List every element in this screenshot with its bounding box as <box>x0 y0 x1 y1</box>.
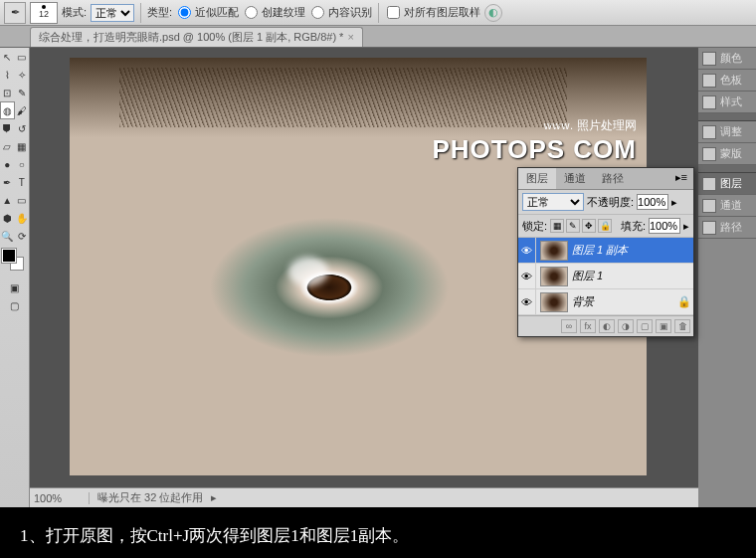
type-tool[interactable]: T <box>15 173 30 191</box>
adjustment-layer-icon[interactable]: ◑ <box>618 319 634 333</box>
healing-brush-tool[interactable]: ◍ <box>0 101 15 119</box>
status-dropdown-icon[interactable]: ▸ <box>211 491 217 504</box>
fill-dropdown-icon[interactable]: ▸ <box>683 220 689 233</box>
shape-tool[interactable]: ▭ <box>15 191 30 209</box>
pen-tool[interactable]: ✒ <box>0 173 15 191</box>
fill-input[interactable] <box>649 218 680 234</box>
brush-size-value: 12 <box>39 9 49 19</box>
visibility-toggle-icon[interactable]: 👁 <box>518 264 536 288</box>
right-panel-dock: 颜色 色板 样式 调整 蒙版 图层 通道 路径 <box>698 48 756 507</box>
layer-row[interactable]: 👁 图层 1 <box>518 264 693 289</box>
layers-panel-tabs: 图层 通道 路径 ▸≡ <box>518 168 693 190</box>
checkbox-sample-all-layers[interactable]: 对所有图层取样 <box>385 5 480 20</box>
document-tab[interactable]: 综合处理，打造明亮眼睛.psd @ 100% (图层 1 副本, RGB/8#)… <box>30 27 363 47</box>
opacity-input[interactable] <box>637 194 668 210</box>
toolbox: ↖▭ ⌇✧ ⊡✎ ◍🖌 ⛊↺ ▱▦ ●○ ✒T ▲▭ ⬢✋ 🔍⟳ ▣ ▢ <box>0 48 30 507</box>
zoom-tool[interactable]: 🔍 <box>0 227 15 245</box>
fill-label: 填充: <box>621 219 646 234</box>
layer-name[interactable]: 背景 <box>572 294 677 309</box>
lock-transparent-icon[interactable]: ▦ <box>550 219 564 233</box>
panel-tab-channels[interactable]: 通道 <box>698 195 756 217</box>
move-tool[interactable]: ↖ <box>0 48 15 66</box>
panel-tab-masks[interactable]: 蒙版 <box>698 143 756 165</box>
blur-tool[interactable]: ● <box>0 155 15 173</box>
history-brush-tool[interactable]: ↺ <box>15 119 30 137</box>
layer-thumbnail[interactable] <box>540 241 568 261</box>
mode-label: 模式: <box>62 5 87 20</box>
opacity-label: 不透明度: <box>587 195 634 210</box>
zoom-level[interactable]: 100% <box>30 492 90 504</box>
layer-thumbnail[interactable] <box>540 267 568 286</box>
hand-tool[interactable]: ✋ <box>15 209 30 227</box>
panel-tab-styles[interactable]: 样式 <box>698 92 756 113</box>
delete-layer-icon[interactable]: 🗑 <box>674 319 690 333</box>
magic-wand-tool[interactable]: ✧ <box>15 66 30 84</box>
quick-mask-toggle[interactable]: ▣ <box>0 279 29 296</box>
gradient-tool[interactable]: ▦ <box>15 137 30 155</box>
dodge-tool[interactable]: ○ <box>15 155 30 173</box>
document-tab-title: 综合处理，打造明亮眼睛.psd @ 100% (图层 1 副本, RGB/8#)… <box>39 30 343 45</box>
layers-panel: 图层 通道 路径 ▸≡ 正常 不透明度: ▸ 锁定: ▦ ✎ ✥ 🔒 填充: ▸ <box>517 167 694 337</box>
pressure-icon[interactable]: ◐ <box>484 4 502 22</box>
status-bar: 100% 曝光只在 32 位起作用 ▸ <box>30 487 698 507</box>
visibility-toggle-icon[interactable]: 👁 <box>518 238 536 263</box>
opacity-dropdown-icon[interactable]: ▸ <box>671 196 677 209</box>
layers-tab[interactable]: 图层 <box>518 168 556 189</box>
current-tool-icon[interactable]: ✒ <box>4 2 26 24</box>
layer-mask-icon[interactable]: ◐ <box>599 319 615 333</box>
radio-create-texture[interactable]: 创建纹理 <box>243 5 305 20</box>
layer-row[interactable]: 👁 背景 🔒 <box>518 289 693 315</box>
tutorial-caption: 1、打开原图，按Ctrl+J两次得到图层1和图层1副本。 <box>0 512 756 558</box>
brush-tool[interactable]: 🖌 <box>15 101 29 119</box>
layer-name[interactable]: 图层 1 <box>572 269 677 283</box>
paths-tab[interactable]: 路径 <box>594 168 632 189</box>
lock-icon: 🔒 <box>677 295 693 308</box>
link-layers-icon[interactable]: ∞ <box>561 319 577 333</box>
panel-tab-layers[interactable]: 图层 <box>698 173 756 195</box>
document-tab-bar: 综合处理，打造明亮眼睛.psd @ 100% (图层 1 副本, RGB/8#)… <box>0 26 756 48</box>
options-bar: ✒ 12 模式: 正常 类型: 近似匹配 创建纹理 内容识别 对所有图层取样 ◐ <box>0 0 756 26</box>
watermark: www. 照片处理网 PHOTOPS COM <box>432 117 637 165</box>
new-layer-icon[interactable]: ▣ <box>656 319 671 333</box>
radio-proximity-match[interactable]: 近似匹配 <box>176 5 239 20</box>
brush-preset-picker[interactable]: 12 <box>30 2 58 24</box>
panel-tab-paths[interactable]: 路径 <box>698 217 756 239</box>
eyedropper-tool[interactable]: ✎ <box>15 84 30 101</box>
close-icon[interactable]: × <box>347 31 353 43</box>
layer-group-icon[interactable]: ▢ <box>637 319 653 333</box>
panel-tab-adjustments[interactable]: 调整 <box>698 121 756 143</box>
marquee-tool[interactable]: ▭ <box>15 48 30 66</box>
panel-tab-color[interactable]: 颜色 <box>698 48 756 70</box>
radio-content-aware[interactable]: 内容识别 <box>309 5 372 20</box>
channels-tab[interactable]: 通道 <box>556 168 594 189</box>
layer-blend-mode-select[interactable]: 正常 <box>522 193 584 211</box>
path-select-tool[interactable]: ▲ <box>0 191 15 209</box>
lasso-tool[interactable]: ⌇ <box>0 66 15 84</box>
layer-list: 👁 图层 1 副本 👁 图层 1 👁 背景 🔒 <box>518 238 693 315</box>
layer-row[interactable]: 👁 图层 1 副本 <box>518 238 693 264</box>
screen-mode-toggle[interactable]: ▢ <box>0 296 29 314</box>
type-label: 类型: <box>147 5 172 20</box>
status-info: 曝光只在 32 位起作用 <box>90 490 211 505</box>
layer-fx-icon[interactable]: fx <box>580 319 596 333</box>
rotate-tool[interactable]: ⟳ <box>15 227 30 245</box>
photoshop-window: ✒ 12 模式: 正常 类型: 近似匹配 创建纹理 内容识别 对所有图层取样 ◐… <box>0 0 756 507</box>
panel-menu-icon[interactable]: ▸≡ <box>669 168 693 189</box>
crop-tool[interactable]: ⊡ <box>0 84 15 101</box>
lock-position-icon[interactable]: ✥ <box>582 219 596 233</box>
lock-label: 锁定: <box>522 219 547 234</box>
clone-stamp-tool[interactable]: ⛊ <box>0 119 15 137</box>
panel-tab-swatches[interactable]: 色板 <box>698 70 756 92</box>
layer-name[interactable]: 图层 1 副本 <box>572 243 677 258</box>
lock-all-icon[interactable]: 🔒 <box>598 219 612 233</box>
3d-tool[interactable]: ⬢ <box>0 209 15 227</box>
blend-mode-select[interactable]: 正常 <box>91 4 134 22</box>
layer-thumbnail[interactable] <box>540 292 568 312</box>
eraser-tool[interactable]: ▱ <box>0 137 15 155</box>
color-swatches[interactable] <box>2 249 27 275</box>
foreground-color[interactable] <box>2 249 16 263</box>
lock-pixels-icon[interactable]: ✎ <box>566 219 580 233</box>
layers-panel-footer: ∞ fx ◐ ◑ ▢ ▣ 🗑 <box>518 315 693 336</box>
visibility-toggle-icon[interactable]: 👁 <box>518 289 536 314</box>
